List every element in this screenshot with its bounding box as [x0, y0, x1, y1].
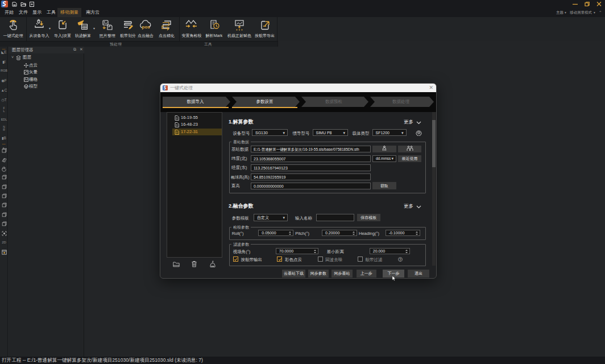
- svg-text:pos: pos: [142, 24, 151, 30]
